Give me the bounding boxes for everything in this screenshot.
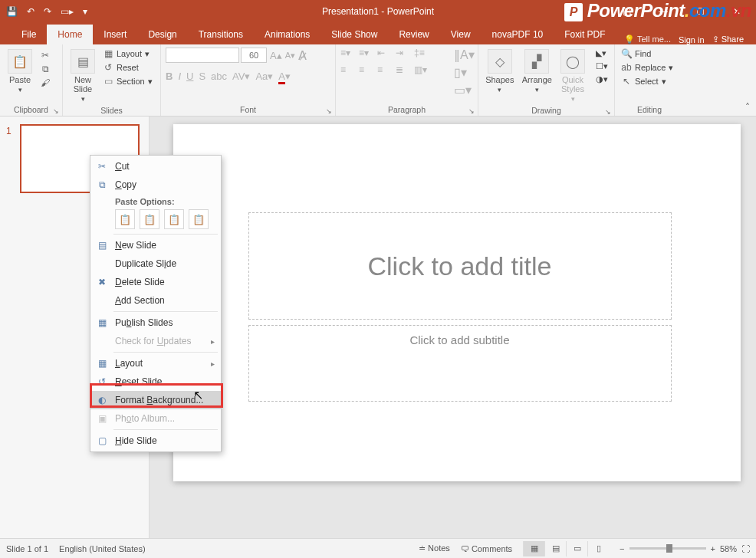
slide-page[interactable]: Click to add title Click to add subtitle [173, 124, 741, 481]
paste-button[interactable]: 📋 Paste▾ [5, 48, 35, 95]
normal-view-icon[interactable]: ▦ [523, 541, 544, 556]
paste-source-format-icon[interactable]: 📋 [140, 209, 159, 229]
clipboard-launcher-icon[interactable]: ↘ [53, 107, 59, 115]
ctx-copy[interactable]: ⧉Copy [90, 176, 221, 194]
ctx-publish-slides[interactable]: ▦Publish Slides [90, 313, 221, 332]
paste-text-only-icon[interactable]: 📋 [189, 209, 209, 229]
italic-icon[interactable]: I [178, 71, 181, 82]
ctx-duplicate-slide[interactable]: Duplicate Slide [90, 254, 221, 273]
subtitle-placeholder[interactable]: Click to add subtitle [248, 325, 672, 402]
ctx-cut[interactable]: ✂Cut [90, 157, 221, 176]
zoom-in-icon[interactable]: + [711, 544, 715, 553]
inc-indent-icon[interactable]: ⇥ [396, 48, 409, 61]
line-spacing-icon[interactable]: ‡≡ [414, 48, 428, 61]
ctx-hide-slide[interactable]: ▢Hide Slide [90, 432, 221, 450]
tab-review[interactable]: Review [388, 25, 439, 44]
align-left-icon[interactable]: ≡ [340, 64, 354, 78]
tab-novapdf[interactable]: novaPDF 10 [482, 25, 554, 44]
format-painter-button[interactable]: 🖌 [38, 77, 52, 89]
shape-outline-icon[interactable]: ☐▾ [594, 61, 610, 72]
copy-button[interactable]: ⧉ [38, 63, 52, 75]
columns-icon[interactable]: ▥▾ [414, 64, 428, 78]
zoom-slider[interactable] [629, 547, 706, 550]
ctx-layout[interactable]: ▦Layout▸ [90, 354, 221, 373]
numbering-icon[interactable]: ≡▾ [359, 48, 373, 61]
tab-slideshow[interactable]: Slide Show [320, 25, 388, 44]
zoom-control[interactable]: − + 58% ⛶ [620, 544, 750, 553]
shadow-icon[interactable]: S [199, 71, 205, 82]
ribbon-display-icon[interactable]: ▢ [609, 0, 644, 23]
spacing-icon[interactable]: AV▾ [232, 71, 250, 82]
clear-format-icon[interactable]: A̷ [298, 48, 307, 63]
paste-picture-icon[interactable]: 📋 [164, 209, 184, 229]
start-slideshow-icon[interactable]: ▭▸ [61, 6, 74, 17]
tab-animations[interactable]: Animations [254, 25, 320, 44]
quick-styles-button[interactable]: ◯Quick Styles▾ [557, 48, 588, 104]
align-right-icon[interactable]: ≡ [377, 64, 391, 78]
shape-fill-icon[interactable]: ◣▾ [594, 48, 610, 59]
redo-icon[interactable]: ↷ [44, 6, 51, 17]
strike-icon[interactable]: abc [211, 71, 227, 82]
find-button[interactable]: 🔍Find [620, 48, 675, 60]
share-button[interactable]: ⇪ Share [712, 34, 744, 44]
layout-button[interactable]: ▦Layout ▾ [101, 48, 154, 60]
slideshow-view-icon[interactable]: ▯ [587, 541, 609, 556]
zoom-out-icon[interactable]: − [620, 544, 624, 553]
bold-icon[interactable]: B [166, 71, 173, 82]
reading-view-icon[interactable]: ▭ [566, 541, 587, 556]
change-case-icon[interactable]: Aa▾ [255, 71, 273, 82]
font-launcher-icon[interactable]: ↘ [326, 107, 332, 115]
tab-transitions[interactable]: Transitions [188, 25, 254, 44]
drawing-launcher-icon[interactable]: ↘ [605, 108, 611, 116]
font-color-icon[interactable]: A▾ [278, 71, 291, 82]
cut-button[interactable]: ✂ [38, 49, 52, 61]
customize-qat-icon[interactable]: ▾ [83, 6, 87, 17]
fit-window-icon[interactable]: ⛶ [741, 544, 750, 553]
smartart-icon[interactable]: ▭▾ [454, 83, 475, 97]
justify-icon[interactable]: ≣ [396, 64, 409, 78]
arrange-button[interactable]: ▞Arrange▾ [520, 48, 554, 95]
tab-view[interactable]: View [440, 25, 482, 44]
section-button[interactable]: ▭Section ▾ [101, 75, 154, 87]
paste-dest-theme-icon[interactable]: 📋 [115, 209, 135, 229]
undo-icon[interactable]: ↶ [27, 6, 35, 17]
maximize-icon[interactable]: ☐ [682, 0, 718, 23]
sorter-view-icon[interactable]: ▤ [544, 541, 566, 556]
notes-button[interactable]: ≐ Notes [419, 543, 450, 553]
zoom-level[interactable]: 58% [720, 544, 737, 553]
minimize-icon[interactable]: — [646, 0, 681, 23]
ctx-new-slide[interactable]: ▤New Slide [90, 236, 221, 254]
text-direction-icon[interactable]: ‖A▾ [454, 48, 475, 62]
tab-design[interactable]: Design [137, 25, 187, 44]
collapse-ribbon-icon[interactable]: ˄ [745, 102, 750, 113]
save-icon[interactable]: 💾 [6, 6, 18, 17]
reset-button[interactable]: ↺Reset [101, 61, 154, 74]
shape-effects-icon[interactable]: ◑▾ [594, 74, 610, 85]
ctx-add-section[interactable]: Add Section [90, 291, 221, 310]
bullets-icon[interactable]: ≡▾ [340, 48, 354, 61]
new-slide-button[interactable]: ▤ New Slide▾ [67, 48, 98, 104]
dec-indent-icon[interactable]: ⇤ [377, 48, 391, 61]
tab-file[interactable]: File [11, 25, 47, 44]
tab-insert[interactable]: Insert [93, 25, 137, 44]
align-text-icon[interactable]: ▯▾ [454, 65, 475, 80]
close-icon[interactable]: ✕ [719, 0, 754, 23]
slide-canvas-area[interactable]: Click to add title Click to add subtitle [150, 117, 756, 538]
language-status[interactable]: English (United States) [59, 544, 146, 553]
shapes-button[interactable]: ◇Shapes▾ [483, 48, 517, 95]
select-button[interactable]: ↖Select ▾ [620, 75, 675, 87]
align-center-icon[interactable]: ≡ [359, 64, 373, 78]
para-launcher-icon[interactable]: ↘ [468, 107, 475, 115]
tab-home[interactable]: Home [47, 25, 93, 44]
sign-in[interactable]: Sign in [679, 35, 705, 44]
increase-font-icon[interactable]: A▴ [270, 50, 282, 61]
font-name-input[interactable] [166, 48, 239, 63]
slide-counter[interactable]: Slide 1 of 1 [6, 544, 48, 553]
decrease-font-icon[interactable]: A▾ [285, 51, 295, 61]
font-size-input[interactable] [241, 48, 267, 63]
comments-button[interactable]: 🗨 Comments [461, 544, 512, 553]
tell-me[interactable]: 💡 Tell me... [624, 34, 671, 44]
title-placeholder[interactable]: Click to add title [248, 212, 672, 320]
replace-button[interactable]: abReplace ▾ [620, 61, 675, 74]
ctx-delete-slide[interactable]: ✖Delete Slide [90, 273, 221, 291]
